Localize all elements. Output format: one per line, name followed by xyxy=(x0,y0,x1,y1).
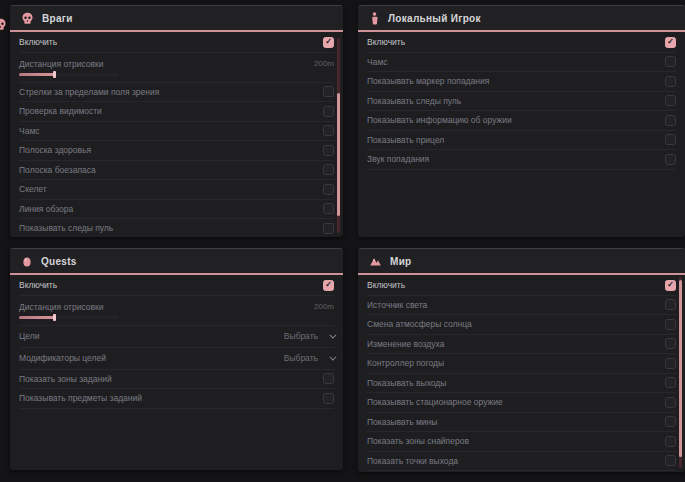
dropdown-quests-3[interactable]: Модификаторы целейВыбрать xyxy=(19,348,334,370)
checkbox-unchecked[interactable] xyxy=(323,223,334,234)
slider-labels: Дистанция отрисовки200m xyxy=(19,302,334,312)
checkbox-unchecked[interactable] xyxy=(665,377,676,388)
row-world-6[interactable]: Показывать стационарное оружие xyxy=(367,393,676,413)
row-label: Полоска боезапаса xyxy=(19,165,96,175)
rows-quests: Включить✓Дистанция отрисовки200mЦелиВыбр… xyxy=(10,275,343,409)
checkbox-checked[interactable]: ✓ xyxy=(323,37,334,48)
checkbox-unchecked[interactable] xyxy=(665,115,676,126)
row-world-3[interactable]: Изменение воздуха xyxy=(367,335,676,355)
row-label: Показывать стационарное оружие xyxy=(367,397,503,407)
row-local-player-2[interactable]: Показывать маркер попадания xyxy=(367,72,676,92)
row-slider-enemies: Дистанция отрисовки200m xyxy=(19,53,334,83)
slider-track[interactable] xyxy=(19,73,119,76)
row-label: Линия обзора xyxy=(19,204,73,214)
row-label: Изменение воздуха xyxy=(367,339,444,349)
checkbox-unchecked[interactable] xyxy=(665,455,676,466)
checkbox-unchecked[interactable] xyxy=(323,184,334,195)
row-label: Показывать маркер попадания xyxy=(367,76,489,86)
slider-value: 200m xyxy=(314,59,334,68)
checkbox-unchecked[interactable] xyxy=(665,154,676,165)
panel-title: Мир xyxy=(390,256,412,267)
row-enemies-5[interactable]: Полоска здоровья xyxy=(19,141,334,161)
row-world-2[interactable]: Смена атмосферы солнца xyxy=(367,315,676,335)
dropdown-value: Выбрать xyxy=(284,353,318,363)
checkbox-unchecked[interactable] xyxy=(665,76,676,87)
scrollbar-thumb[interactable] xyxy=(679,280,682,457)
row-label: Показать зоны снайперов xyxy=(367,436,469,446)
dropdown-control[interactable]: Выбрать xyxy=(284,353,334,363)
row-enemies-3[interactable]: Проверка видимости xyxy=(19,102,334,122)
row-label: Полоска здоровья xyxy=(19,145,91,155)
row-enemies-0[interactable]: Включить✓ xyxy=(19,33,334,53)
mountain-icon xyxy=(369,255,382,268)
dropdown-quests-2[interactable]: ЦелиВыбрать xyxy=(19,326,334,348)
checkbox-unchecked[interactable] xyxy=(665,416,676,427)
panel-world: МирВключить✓Источник светаСмена атмосфер… xyxy=(358,248,685,472)
row-local-player-6[interactable]: Звук попадания xyxy=(367,150,676,170)
checkbox-unchecked[interactable] xyxy=(665,95,676,106)
checkbox-checked[interactable]: ✓ xyxy=(665,280,676,291)
row-enemies-9[interactable]: Показывать следы пуль xyxy=(19,219,334,237)
row-world-0[interactable]: Включить✓ xyxy=(367,276,676,296)
row-enemies-4[interactable]: Чамс xyxy=(19,122,334,142)
rows-world: Включить✓Источник светаСмена атмосферы с… xyxy=(358,275,685,471)
dropdown-control[interactable]: Выбрать xyxy=(284,331,334,341)
checkbox-unchecked[interactable] xyxy=(323,393,334,404)
checkbox-unchecked[interactable] xyxy=(665,397,676,408)
scrollbar-thumb[interactable] xyxy=(337,93,340,216)
panel-local-player: Локальный ИгрокВключить✓ЧамсПоказывать м… xyxy=(358,5,685,237)
row-local-player-4[interactable]: Показывать информацию об оружии xyxy=(367,111,676,131)
row-enemies-8[interactable]: Линия обзора xyxy=(19,200,334,220)
row-label: Смена атмосферы солнца xyxy=(367,319,472,329)
row-label: Звук попадания xyxy=(367,154,429,164)
row-world-9[interactable]: Показать точки выхода xyxy=(367,452,676,472)
row-label: Показывать информацию об оружии xyxy=(367,115,512,125)
checkbox-unchecked[interactable] xyxy=(665,299,676,310)
row-enemies-2[interactable]: Стрелки за пределами поля зрения xyxy=(19,83,334,103)
row-quests-0[interactable]: Включить✓ xyxy=(19,276,334,296)
checkbox-unchecked[interactable] xyxy=(323,164,334,175)
slider-label: Дистанция отрисовки xyxy=(19,59,104,69)
slider-knob[interactable] xyxy=(53,314,56,321)
checkbox-unchecked[interactable] xyxy=(323,145,334,156)
dropdown-label: Модификаторы целей xyxy=(19,353,106,363)
row-label: Показать зоны заданий xyxy=(19,374,112,384)
slider-fill xyxy=(19,316,55,319)
checkbox-unchecked[interactable] xyxy=(665,436,676,447)
slider-track[interactable] xyxy=(19,316,119,319)
slider-knob[interactable] xyxy=(53,71,56,78)
row-world-7[interactable]: Показывать мины xyxy=(367,413,676,433)
row-world-4[interactable]: Контроллер погоды xyxy=(367,354,676,374)
row-label: Чамс xyxy=(367,57,388,67)
row-label: Включить xyxy=(19,280,57,290)
row-label: Скелет xyxy=(19,184,47,194)
checkbox-unchecked[interactable] xyxy=(323,106,334,117)
checkbox-unchecked[interactable] xyxy=(323,203,334,214)
row-local-player-3[interactable]: Показывать следы пуль xyxy=(367,92,676,112)
row-local-player-5[interactable]: Показывать прицел xyxy=(367,131,676,151)
row-local-player-1[interactable]: Чамс xyxy=(367,53,676,73)
checkbox-checked[interactable]: ✓ xyxy=(665,37,676,48)
checkbox-unchecked[interactable] xyxy=(665,338,676,349)
checkbox-unchecked[interactable] xyxy=(665,319,676,330)
person-icon xyxy=(369,12,380,25)
row-enemies-7[interactable]: Скелет xyxy=(19,180,334,200)
row-label: Показывать прицел xyxy=(367,135,444,145)
row-local-player-0[interactable]: Включить✓ xyxy=(367,33,676,53)
row-world-1[interactable]: Источник света xyxy=(367,296,676,316)
row-quests-5[interactable]: Показывать предметы заданий xyxy=(19,389,334,409)
row-enemies-6[interactable]: Полоска боезапаса xyxy=(19,161,334,181)
checkbox-unchecked[interactable] xyxy=(323,373,334,384)
panel-header-world: Мир xyxy=(358,249,685,275)
slider-labels: Дистанция отрисовки200m xyxy=(19,59,334,69)
checkbox-unchecked[interactable] xyxy=(323,86,334,97)
checkbox-unchecked[interactable] xyxy=(323,125,334,136)
checkbox-unchecked[interactable] xyxy=(665,358,676,369)
checkbox-checked[interactable]: ✓ xyxy=(323,280,334,291)
row-world-8[interactable]: Показать зоны снайперов xyxy=(367,432,676,452)
checkbox-unchecked[interactable] xyxy=(665,56,676,67)
row-label: Проверка видимости xyxy=(19,106,102,116)
row-world-5[interactable]: Показывать выходы xyxy=(367,374,676,394)
checkbox-unchecked[interactable] xyxy=(665,134,676,145)
row-quests-4[interactable]: Показать зоны заданий xyxy=(19,370,334,390)
